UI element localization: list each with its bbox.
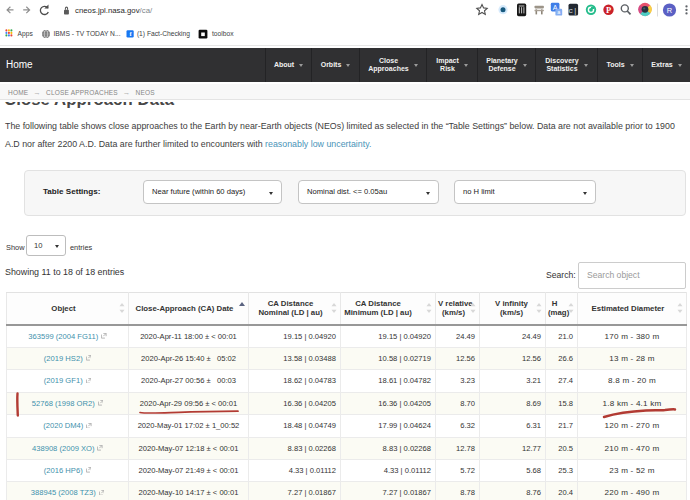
svg-text:R: R xyxy=(667,6,673,15)
svg-text:P: P xyxy=(606,5,611,15)
svg-text:c|: c| xyxy=(568,7,577,15)
